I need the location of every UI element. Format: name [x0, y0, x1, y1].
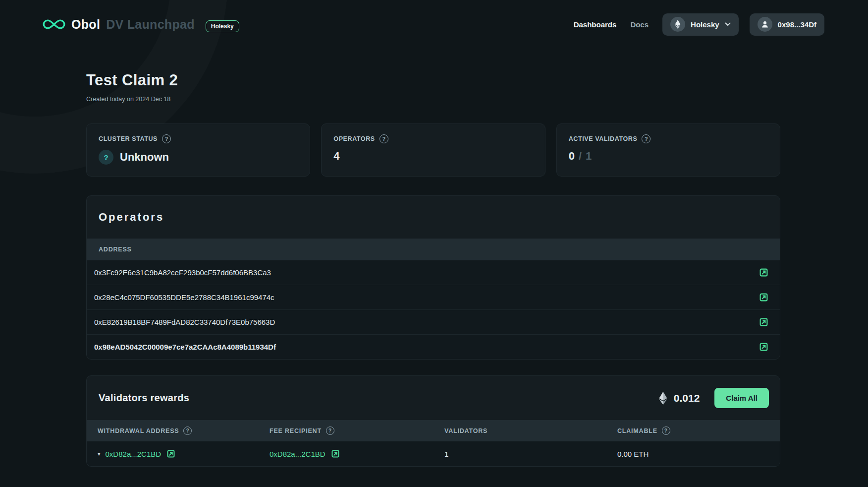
- operators-panel-title: Operators: [99, 211, 164, 223]
- obol-infinity-logo-icon: [43, 18, 65, 30]
- operators-count-help-icon[interactable]: ?: [380, 134, 388, 143]
- validators-column-header: VALIDATORS: [444, 427, 488, 434]
- operator-address: 0xE82619B18BF7489FdAD82C33740Df73E0b7566…: [94, 318, 275, 326]
- brand-name: Obol: [71, 17, 100, 32]
- cluster-status-label: CLUSTER STATUS: [99, 135, 158, 142]
- nav-link-dashboards[interactable]: Dashboards: [574, 20, 617, 29]
- total-rewards-amount: 0.012: [674, 392, 700, 404]
- cluster-status-card: CLUSTER STATUS ? ? Unknown: [86, 123, 310, 177]
- fee-recipient-help-icon[interactable]: ?: [326, 426, 334, 435]
- address-column-header: ADDRESS: [99, 246, 132, 253]
- rewards-table-row: ▾ 0xD82a...2C1BD 0xD82a...2C1BD 1 0.00 E…: [87, 441, 780, 466]
- ethereum-icon: [659, 392, 667, 405]
- brand-product-name: DV Launchpad: [106, 17, 195, 32]
- expand-row-caret-icon[interactable]: ▾: [98, 451, 101, 457]
- page-title: Test Claim 2: [86, 71, 780, 89]
- stat-cards-row: CLUSTER STATUS ? ? Unknown OPERATORS ? 4…: [86, 123, 780, 177]
- main-content: Test Claim 2 Created today on 2024 Dec 1…: [86, 71, 780, 467]
- claimable-column-header: CLAIMABLE: [617, 427, 657, 434]
- claim-all-button[interactable]: Claim All: [714, 388, 769, 408]
- active-validators-help-icon[interactable]: ?: [642, 134, 651, 143]
- withdrawal-address-help-icon[interactable]: ?: [183, 426, 192, 435]
- rewards-panel-title: Validators rewards: [99, 392, 189, 404]
- brand-home-link[interactable]: Obol DV Launchpad Holesky: [43, 16, 239, 32]
- top-nav-links: Dashboards Docs Holesky 0x98...34Df: [574, 13, 824, 36]
- page-subtitle: Created today on 2024 Dec 18: [86, 96, 780, 103]
- ethereum-network-icon: [670, 17, 685, 32]
- active-validators-separator: /: [579, 150, 582, 163]
- withdrawal-address-column-header: WITHDRAWAL ADDRESS: [98, 427, 179, 434]
- operators-count-value: 4: [333, 150, 339, 163]
- cluster-status-help-icon[interactable]: ?: [162, 134, 171, 143]
- active-validators-total: 1: [586, 150, 592, 163]
- fee-recipient-column-header: FEE RECIPIENT: [270, 427, 322, 434]
- operator-address: 0x98eAD5042C00009e7ce7a2CAAc8A4089b11934…: [94, 343, 276, 351]
- operator-row: 0x28eC4c075DF60535DDE5e2788C34B1961c9947…: [87, 285, 780, 309]
- operator-row-current-user: 0x98eAD5042C00009e7ce7a2CAAc8A4089b11934…: [87, 334, 780, 359]
- active-validators-current: 0: [569, 150, 575, 163]
- withdrawal-address-explorer-icon[interactable]: [166, 449, 176, 459]
- claimable-amount-cell: 0.00 ETH: [617, 450, 769, 458]
- nav-link-docs[interactable]: Docs: [630, 20, 649, 29]
- unknown-status-icon: ?: [99, 150, 113, 165]
- validators-rewards-panel: Validators rewards 0.012 Claim All WITHD…: [86, 375, 780, 467]
- claimable-help-icon[interactable]: ?: [662, 426, 670, 435]
- operator-row: 0xE82619B18BF7489FdAD82C33740Df73E0b7566…: [87, 309, 780, 334]
- operator-row: 0x3Fc92E6e31C9bA82ceF293b0cF57dd6f06BB3C…: [87, 260, 780, 285]
- operator-explorer-link-icon[interactable]: [759, 267, 769, 278]
- operator-explorer-link-icon[interactable]: [759, 342, 769, 352]
- network-badge: Holesky: [206, 20, 239, 32]
- fee-recipient-explorer-icon[interactable]: [330, 449, 340, 459]
- top-navigation-bar: Obol DV Launchpad Holesky Dashboards Doc…: [0, 0, 868, 49]
- active-validators-card: ACTIVE VALIDATORS ? 0 / 1: [556, 123, 780, 177]
- operators-count-card: OPERATORS ? 4: [321, 123, 545, 177]
- operator-explorer-link-icon[interactable]: [759, 317, 769, 327]
- chevron-down-icon: [725, 22, 731, 26]
- operators-count-label: OPERATORS: [333, 135, 375, 142]
- operators-table-header: ADDRESS: [87, 239, 780, 260]
- cluster-status-value: Unknown: [120, 151, 169, 164]
- rewards-table-header: WITHDRAWAL ADDRESS ? FEE RECIPIENT ? VAL…: [87, 420, 780, 441]
- wallet-account-button[interactable]: 0x98...34Df: [750, 13, 824, 36]
- wallet-address: 0x98...34Df: [778, 20, 816, 29]
- operator-explorer-link-icon[interactable]: [759, 292, 769, 303]
- operator-address: 0x28eC4c075DF60535DDE5e2788C34B1961c9947…: [94, 293, 274, 302]
- validators-count-cell: 1: [444, 450, 617, 458]
- operator-address: 0x3Fc92E6e31C9bA82ceF293b0cF57dd6f06BB3C…: [94, 268, 271, 277]
- network-selector-button[interactable]: Holesky: [662, 13, 739, 36]
- user-avatar-icon: [758, 17, 772, 32]
- withdrawal-address-link[interactable]: 0xD82a...2C1BD: [106, 450, 162, 458]
- active-validators-label: ACTIVE VALIDATORS: [569, 135, 638, 142]
- operators-panel: Operators ADDRESS 0x3Fc92E6e31C9bA82ceF2…: [86, 195, 780, 360]
- fee-recipient-link[interactable]: 0xD82a...2C1BD: [270, 450, 326, 458]
- network-selector-label: Holesky: [691, 20, 719, 29]
